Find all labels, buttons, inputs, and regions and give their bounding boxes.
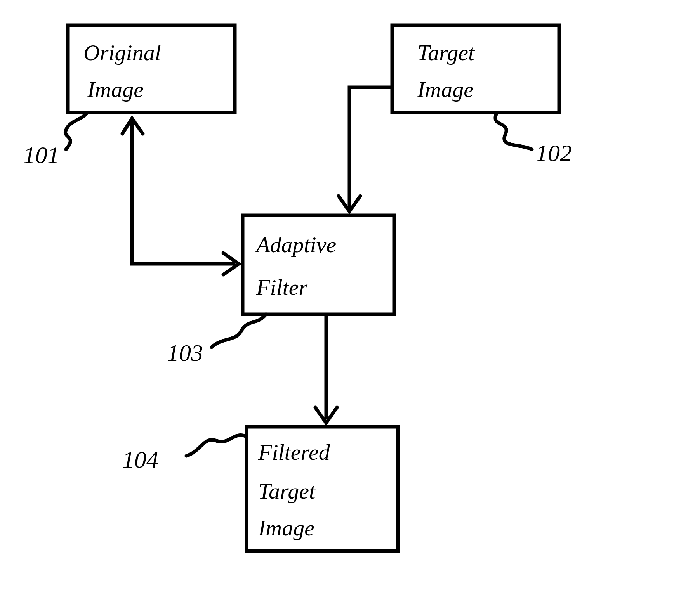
callout-103 — [212, 314, 266, 347]
box-target-line1: Target — [417, 40, 475, 65]
box-target-image: Target Image — [392, 25, 559, 113]
callout-102 — [495, 113, 532, 149]
box-target-line2: Image — [417, 77, 474, 102]
box-adaptive-filter: Adaptive Filter — [243, 215, 394, 314]
box-result-line1: Filtered — [258, 440, 330, 465]
callout-104 — [186, 435, 247, 456]
box-filtered-target-image: Filtered Target Image — [247, 427, 398, 551]
ref-104: 104 — [122, 446, 158, 473]
ref-102: 102 — [536, 140, 572, 166]
box-result-line2: Target — [258, 478, 316, 504]
box-original-line2: Image — [87, 77, 144, 102]
callout-101 — [65, 113, 87, 149]
box-filter-line1: Adaptive — [255, 232, 336, 257]
ref-103: 103 — [167, 340, 203, 366]
arrow-target-to-filter — [339, 87, 392, 211]
box-result-line3: Image — [258, 515, 314, 540]
box-original-image: Original Image — [68, 25, 235, 113]
box-original-line1: Original — [83, 40, 161, 65]
arrow-filter-to-result — [315, 314, 337, 423]
arrow-original-to-filter — [122, 118, 239, 275]
box-filter-line2: Filter — [256, 275, 308, 300]
ref-101: 101 — [23, 142, 59, 168]
